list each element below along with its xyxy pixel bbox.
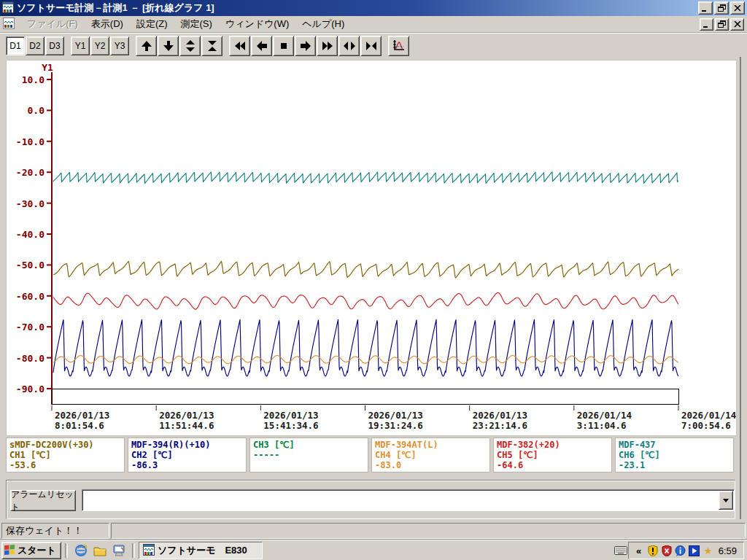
child-close-button[interactable] xyxy=(730,18,744,31)
x-tick-date: 2026/01/13 xyxy=(159,410,214,421)
restore-button[interactable] xyxy=(714,1,729,15)
x-tick-time: 3:11:04.6 xyxy=(577,420,627,431)
stop-button[interactable] xyxy=(273,36,294,56)
child-window-icon[interactable] xyxy=(3,18,15,31)
x-tick-date: 2026/01/13 xyxy=(368,410,423,421)
y-tick-label: 0.0 xyxy=(28,105,45,116)
star-icon[interactable]: ★ xyxy=(703,545,714,556)
y-tick-label: -70.0 xyxy=(16,322,44,332)
start-label: スタート xyxy=(18,544,56,557)
channel-value: -83.0 xyxy=(375,460,487,470)
menu-help[interactable]: ヘルプ(H) xyxy=(295,16,351,32)
chart-icon xyxy=(392,39,405,52)
channel-value: -23.1 xyxy=(619,460,730,470)
menu-measure[interactable]: 測定(S) xyxy=(174,16,218,32)
chevron-down-icon xyxy=(723,499,729,502)
compress-horizontal-button[interactable] xyxy=(360,36,382,56)
fast-backward-icon xyxy=(234,40,246,52)
stop-icon xyxy=(278,40,290,52)
channel-name: MDF-382(+20) xyxy=(497,440,608,450)
child-minimize-button[interactable] xyxy=(700,18,713,31)
y3-button[interactable]: Y3 xyxy=(110,36,129,55)
combo-dropdown-button[interactable] xyxy=(719,491,733,510)
legend-cell-ch6[interactable]: MDF-437 CH6 [℃] -23.1 xyxy=(615,438,734,472)
windows-logo-icon xyxy=(4,545,15,557)
y-tick-label: 10.0 xyxy=(22,74,44,85)
info-balloon-icon[interactable] xyxy=(675,545,686,556)
line-chart[interactable]: Y110.00.0-10.0-20.0-30.0-40.0-50.0-60.0-… xyxy=(7,61,736,435)
media-play-icon[interactable] xyxy=(689,545,700,556)
expand-horizontal-button[interactable] xyxy=(338,36,360,56)
menu-settings[interactable]: 設定(Z) xyxy=(130,16,174,32)
channel-name: MDF-394AT(L) xyxy=(375,440,487,450)
channel-label: CH5 [℃] xyxy=(497,450,608,460)
x-tick-time: 19:31:24.6 xyxy=(368,420,423,431)
y1-button[interactable]: Y1 xyxy=(71,36,90,55)
clock: 6:59 xyxy=(716,545,739,556)
alarm-reset-button[interactable]: アラームリセット xyxy=(10,490,76,511)
graph-settings-button[interactable] xyxy=(388,36,409,56)
y-tick-label: -50.0 xyxy=(16,260,44,271)
alarm-combo-input[interactable] xyxy=(84,491,716,509)
d1-button[interactable]: D1 xyxy=(6,36,25,55)
app-icon xyxy=(143,544,155,558)
fast-backward-button[interactable] xyxy=(229,36,250,56)
window-title: ソフトサーモ計測－計測1 － [折れ線グラフ 1] xyxy=(17,1,214,15)
x-tick-date: 2026/01/14 xyxy=(681,410,736,421)
scroll-down-button[interactable] xyxy=(158,36,179,56)
app-icon xyxy=(2,1,14,15)
start-button[interactable]: スタート xyxy=(1,542,61,559)
minimize-button[interactable] xyxy=(698,1,713,15)
compress-vertical-button[interactable] xyxy=(201,36,222,56)
x-tick-time: 23:21:14.6 xyxy=(473,420,527,431)
y-tick-label: -40.0 xyxy=(16,229,44,240)
compress-horizontal-icon xyxy=(365,40,377,52)
scroll-up-button[interactable] xyxy=(136,36,157,56)
y-tick-label: -60.0 xyxy=(16,291,44,302)
legend-cell-ch3[interactable]: CH3 [℃] ----- xyxy=(249,438,368,472)
y2-button[interactable]: Y2 xyxy=(90,36,109,55)
task-button-softthermo[interactable]: ソフトサーモ E830 xyxy=(139,542,263,559)
step-backward-button[interactable] xyxy=(251,36,272,56)
d3-button[interactable]: D3 xyxy=(45,36,64,55)
x-tick-date: 2026/01/13 xyxy=(55,410,109,421)
arrow-right-icon xyxy=(300,40,311,52)
fast-forward-button[interactable] xyxy=(317,36,338,56)
step-forward-button[interactable] xyxy=(295,36,316,56)
taskbar-divider xyxy=(65,543,68,558)
y-tick-label: -80.0 xyxy=(16,353,44,364)
tray-collapse-chevron[interactable]: « xyxy=(633,545,645,556)
menu-window[interactable]: ウィンドウ(W) xyxy=(219,16,295,32)
legend-cell-ch5[interactable]: MDF-382(+20) CH5 [℃] -64.6 xyxy=(493,438,612,472)
x-range-frame xyxy=(53,389,679,405)
series-CH2 xyxy=(53,319,678,376)
legend-cell-ch2[interactable]: MDF-394(R)(+10) CH2 [℃] -86.3 xyxy=(128,438,247,472)
y-axis-title: Y1 xyxy=(42,62,53,73)
channel-value: -64.6 xyxy=(497,460,608,470)
arrow-up-icon xyxy=(141,40,152,52)
channel-value: -53.6 xyxy=(9,460,121,470)
channel-value: -86.3 xyxy=(131,460,243,470)
security-alert-shield-icon[interactable] xyxy=(661,545,673,556)
channel-name: MDF-394(R)(+10) xyxy=(131,440,243,450)
show-desktop-icon[interactable] xyxy=(111,542,127,559)
menu-file[interactable]: ファイル(F) xyxy=(20,16,85,32)
application-window: ソフトサーモ計測－計測1 － [折れ線グラフ 1] ファイル(F) 表示(D) … xyxy=(0,0,747,560)
d2-button[interactable]: D2 xyxy=(26,36,44,55)
y-tick-label: -20.0 xyxy=(16,167,44,178)
ie-icon[interactable] xyxy=(73,542,89,559)
arrow-down-icon xyxy=(163,40,174,52)
close-button[interactable] xyxy=(730,1,745,15)
alarm-combo-box[interactable] xyxy=(82,489,735,511)
system-tray: « ★ 6:59 xyxy=(628,542,744,559)
legend-cell-ch1[interactable]: sMDF-DC200V(+30) CH1 [℃] -53.6 xyxy=(6,438,125,472)
keyboard-icon[interactable] xyxy=(614,544,628,557)
expand-vertical-button[interactable] xyxy=(179,36,201,56)
security-warning-shield-icon[interactable] xyxy=(647,545,659,556)
taskbar: スタート ソフトサーモ E830 « xyxy=(0,540,747,560)
folder-icon[interactable] xyxy=(92,542,108,559)
menu-view[interactable]: 表示(D) xyxy=(85,16,130,32)
channel-label: CH4 [℃] xyxy=(375,450,487,460)
child-restore-button[interactable] xyxy=(715,18,729,31)
legend-cell-ch4[interactable]: MDF-394AT(L) CH4 [℃] -83.0 xyxy=(371,438,490,472)
